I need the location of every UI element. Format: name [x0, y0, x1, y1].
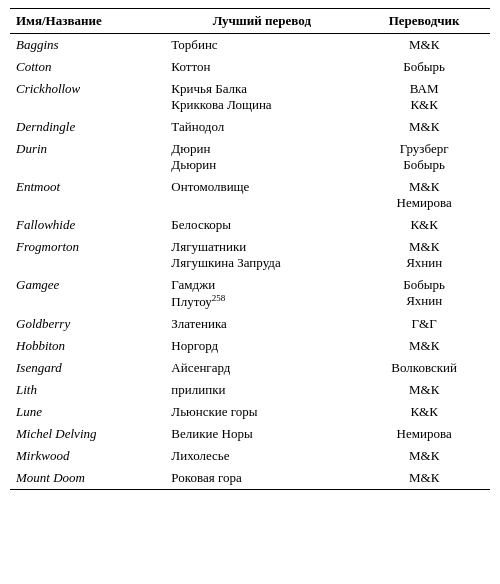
cell-translator: Немирова [358, 423, 490, 445]
table-row: Mount DoomРоковая гораМ&К [10, 467, 490, 490]
table-row: DurinДюринДьюринГрузбергБобырь [10, 138, 490, 176]
cell-translation: Коттон [165, 56, 358, 78]
cell-name: Fallowhide [10, 214, 165, 236]
cell-translator: М&К [358, 335, 490, 357]
table-row: GamgeeГамджиПлутоу258БобырьЯхнин [10, 274, 490, 313]
cell-translation: Златеника [165, 313, 358, 335]
cell-translation: Великие Норы [165, 423, 358, 445]
translations-table: Имя/Название Лучший перевод Переводчик B… [10, 8, 490, 490]
table-row: FallowhideБелоскорыК&К [10, 214, 490, 236]
table-row: DerndingleТайнодолМ&К [10, 116, 490, 138]
cell-translation: Онтомолвище [165, 176, 358, 214]
cell-name: Mount Doom [10, 467, 165, 490]
table-row: CottonКоттонБобырь [10, 56, 490, 78]
cell-name: Mirkwood [10, 445, 165, 467]
cell-name: Frogmorton [10, 236, 165, 274]
cell-name: Hobbiton [10, 335, 165, 357]
cell-translator: М&К [358, 116, 490, 138]
header-translator: Переводчик [358, 9, 490, 34]
table-row: Michel DelvingВеликие НорыНемирова [10, 423, 490, 445]
table-row: LithприлипкиМ&К [10, 379, 490, 401]
cell-translator: Волковский [358, 357, 490, 379]
cell-name: Derndingle [10, 116, 165, 138]
cell-name: Isengard [10, 357, 165, 379]
table-container: Имя/Название Лучший перевод Переводчик B… [0, 0, 500, 498]
table-row: CrickhollowКричья БалкаКриккова ЛощинаВА… [10, 78, 490, 116]
cell-translator: М&К [358, 379, 490, 401]
cell-name: Michel Delving [10, 423, 165, 445]
table-row: LuneЛьюнские горыК&К [10, 401, 490, 423]
cell-translation: прилипки [165, 379, 358, 401]
cell-name: Goldberry [10, 313, 165, 335]
cell-translation: Тайнодол [165, 116, 358, 138]
table-row: HobbitonНоргордМ&К [10, 335, 490, 357]
table-row: EntmootОнтомолвищеМ&КНемирова [10, 176, 490, 214]
cell-translation: Роковая гора [165, 467, 358, 490]
cell-name: Lune [10, 401, 165, 423]
cell-translator: К&К [358, 214, 490, 236]
cell-translator: М&КЯхнин [358, 236, 490, 274]
cell-translation: Лихолесье [165, 445, 358, 467]
cell-translator: М&К [358, 467, 490, 490]
cell-translator: М&КНемирова [358, 176, 490, 214]
table-row: GoldberryЗлатеникаГ&Г [10, 313, 490, 335]
cell-translator: М&К [358, 445, 490, 467]
cell-translation: Норгорд [165, 335, 358, 357]
cell-translation: Льюнские горы [165, 401, 358, 423]
cell-name: Lith [10, 379, 165, 401]
cell-translator: Бобырь [358, 56, 490, 78]
cell-translation: ЛягушатникиЛягушкина Запруда [165, 236, 358, 274]
cell-name: Gamgee [10, 274, 165, 313]
cell-translation: Торбинс [165, 34, 358, 57]
cell-translation: ДюринДьюрин [165, 138, 358, 176]
cell-translator: М&К [358, 34, 490, 57]
cell-name: Baggins [10, 34, 165, 57]
cell-name: Durin [10, 138, 165, 176]
cell-translation: Белоскоры [165, 214, 358, 236]
header-translation: Лучший перевод [165, 9, 358, 34]
cell-name: Crickhollow [10, 78, 165, 116]
cell-translator: БобырьЯхнин [358, 274, 490, 313]
cell-name: Cotton [10, 56, 165, 78]
cell-translator: К&К [358, 401, 490, 423]
cell-translator: ВАМК&К [358, 78, 490, 116]
table-row: BagginsТорбинсМ&К [10, 34, 490, 57]
table-row: IsengardАйсенгардВолковский [10, 357, 490, 379]
cell-translation: Айсенгард [165, 357, 358, 379]
cell-translator: ГрузбергБобырь [358, 138, 490, 176]
cell-translator: Г&Г [358, 313, 490, 335]
cell-name: Entmoot [10, 176, 165, 214]
header-name: Имя/Название [10, 9, 165, 34]
table-row: MirkwoodЛихолесьеМ&К [10, 445, 490, 467]
table-header-row: Имя/Название Лучший перевод Переводчик [10, 9, 490, 34]
table-row: FrogmortonЛягушатникиЛягушкина ЗапрудаМ&… [10, 236, 490, 274]
cell-translation: Кричья БалкаКриккова Лощина [165, 78, 358, 116]
cell-translation: ГамджиПлутоу258 [165, 274, 358, 313]
